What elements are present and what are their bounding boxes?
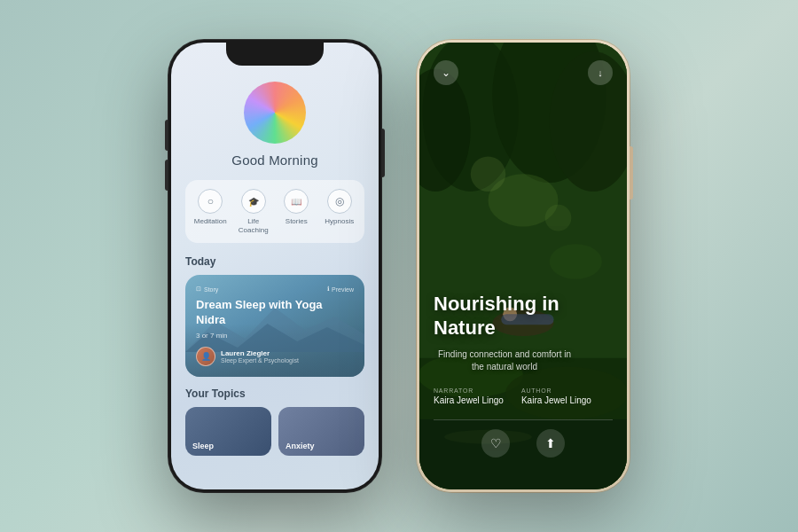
chevron-down-icon: ⌄: [442, 66, 450, 79]
stories-icon: 📖: [284, 189, 309, 214]
category-coaching-label: Life Coaching: [232, 217, 276, 234]
narrator-label: NARRATOR: [434, 387, 504, 394]
phone-right: ⌄ ↓ Nourishing in Nature Finding connect…: [417, 40, 630, 492]
nature-meta: NARRATOR Kaira Jewel Lingo AUTHOR Kaira …: [434, 387, 613, 405]
category-meditation-label: Meditation: [194, 217, 227, 226]
power-button: [381, 129, 385, 177]
phone-left-screen: Good Morning ○ Meditation 🎓 Life Coachin…: [171, 43, 379, 489]
preview-icon: ℹ: [327, 286, 330, 293]
back-button[interactable]: ⌄: [434, 60, 458, 85]
topics-row: Sleep Anxiety: [185, 407, 364, 456]
phones-container: Good Morning ○ Meditation 🎓 Life Coachin…: [151, 22, 647, 510]
heart-icon: ♡: [490, 436, 502, 450]
category-stories-label: Stories: [286, 217, 308, 226]
right-phone-power-button: [630, 146, 633, 200]
cloud-download-icon: ↓: [598, 67, 603, 78]
author-name: Lauren Ziegler: [221, 349, 299, 357]
author-col: AUTHOR Kaira Jewel Lingo: [521, 387, 591, 405]
story-type-icon: ⊡: [196, 286, 201, 293]
color-circle-icon: [244, 82, 306, 144]
category-hypnosis-label: Hypnosis: [325, 217, 354, 226]
download-button[interactable]: ↓: [588, 60, 613, 85]
topic-sleep[interactable]: Sleep: [185, 407, 271, 456]
hypnosis-icon: ◎: [327, 189, 352, 214]
topic-anxiety[interactable]: Anxiety: [278, 407, 364, 456]
avatar-face-icon: 👤: [197, 348, 215, 365]
card-type-badge: ⊡ Story: [196, 286, 218, 293]
meditation-icon: ○: [198, 189, 223, 214]
card-preview-button[interactable]: ℹ Preview: [327, 286, 354, 293]
share-icon: ⬆: [545, 436, 556, 450]
today-section-title: Today: [185, 255, 364, 268]
nature-bottom-bar: ♡ ⬆: [434, 419, 613, 458]
narrator-name: Kaira Jewel Lingo: [434, 395, 504, 405]
categories-row: ○ Meditation 🎓 Life Coaching 📖 Stories ◎…: [185, 180, 364, 243]
heart-button[interactable]: ♡: [481, 429, 510, 458]
coaching-icon: 🎓: [241, 189, 266, 214]
author-title: Sleep Expert & Psychologist: [221, 357, 299, 364]
author-label-text: AUTHOR: [521, 387, 591, 394]
phone-right-content: ⌄ ↓ Nourishing in Nature Finding connect…: [419, 43, 627, 489]
narrator-col: NARRATOR Kaira Jewel Lingo: [434, 387, 504, 405]
card-top-row: ⊡ Story ℹ Preview: [196, 286, 354, 293]
category-hypnosis[interactable]: ◎ Hypnosis: [318, 189, 362, 234]
volume-up-button: [165, 120, 168, 151]
phone-left-content: Good Morning ○ Meditation 🎓 Life Coachin…: [171, 43, 379, 489]
card-author: 👤 Lauren Ziegler Sleep Expert & Psycholo…: [196, 347, 354, 366]
phone-right-top-bar: ⌄ ↓: [434, 60, 613, 85]
today-card[interactable]: ⊡ Story ℹ Preview Dream Sleep with Yoga …: [185, 275, 364, 377]
category-meditation[interactable]: ○ Meditation: [189, 189, 232, 234]
category-life-coaching[interactable]: 🎓 Life Coaching: [232, 189, 276, 234]
nature-title: Nourishing in Nature: [434, 293, 613, 340]
volume-down-button: [165, 160, 168, 191]
your-topics-title: Your Topics: [185, 387, 364, 400]
topic-sleep-label: Sleep: [192, 442, 214, 450]
card-duration: 3 or 7 min: [196, 332, 354, 340]
phone-notch: [226, 43, 324, 66]
author-info: Lauren Ziegler Sleep Expert & Psychologi…: [221, 349, 299, 364]
share-button[interactable]: ⬆: [536, 429, 565, 458]
greeting-text: Good Morning: [185, 153, 364, 168]
card-title: Dream Sleep with Yoga Nidra: [196, 298, 354, 328]
nature-subtitle: Finding connection and comfort in the na…: [434, 348, 575, 373]
topic-anxiety-label: Anxiety: [286, 442, 315, 450]
nature-main-content: Nourishing in Nature Finding connection …: [434, 103, 613, 475]
author-avatar: 👤: [196, 347, 215, 366]
category-stories[interactable]: 📖 Stories: [275, 189, 318, 234]
phone-left: Good Morning ○ Meditation 🎓 Life Coachin…: [168, 40, 381, 492]
author-name-text: Kaira Jewel Lingo: [521, 395, 591, 405]
phone-right-screen: ⌄ ↓ Nourishing in Nature Finding connect…: [419, 43, 627, 489]
